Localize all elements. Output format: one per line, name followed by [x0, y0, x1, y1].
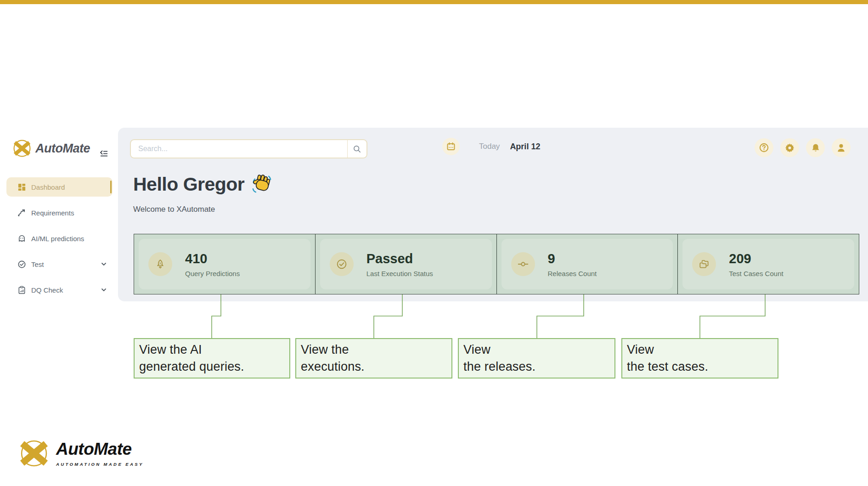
- sidebar-menu: Dashboard Requirements: [6, 177, 113, 306]
- stat-section-last-execution: Passed Last Execution Status: [315, 234, 496, 294]
- sidebar-item-label: AI/ML predictions: [31, 235, 84, 243]
- sidebar-item-requirements[interactable]: Requirements: [6, 203, 113, 222]
- stat-texts: 209 Test Cases Count: [729, 251, 783, 277]
- footer-logo: AutoMate AUTOMATION MADE EASY: [18, 438, 144, 469]
- stat-label: Releases Count: [548, 270, 597, 277]
- profile-button[interactable]: [832, 138, 851, 157]
- dashboard-grid-icon: [17, 183, 26, 192]
- stat-label: Test Cases Count: [729, 270, 783, 277]
- callout-text: View the test cases.: [627, 341, 773, 375]
- check-circle-icon: [17, 260, 26, 269]
- brand-x-logo-icon: [12, 138, 32, 158]
- chevron-down-icon[interactable]: [101, 261, 107, 267]
- help-button[interactable]: [755, 138, 773, 157]
- calendar-icon: [442, 138, 460, 155]
- app-root: AutoMate Dashboard: [0, 0, 868, 486]
- date-label: Today: [479, 142, 500, 151]
- stat-texts: 9 Releases Count: [548, 251, 597, 277]
- settings-icon: [784, 142, 795, 153]
- stat-card-last-execution[interactable]: Passed Last Execution Status: [320, 239, 492, 289]
- callout-test-cases[interactable]: View the test cases.: [621, 338, 778, 379]
- notifications-icon: [811, 143, 821, 153]
- stat-card-releases[interactable]: 9 Releases Count: [502, 239, 673, 289]
- sidebar: AutoMate Dashboard: [0, 4, 118, 486]
- active-item-indicator: [110, 181, 112, 193]
- callout-ai-generated-queries[interactable]: View the AI generated queries.: [134, 338, 290, 379]
- header-buttons: [755, 138, 851, 157]
- stat-label: Last Execution Status: [366, 270, 433, 277]
- top-accent-bar: [0, 0, 868, 4]
- footer-texts: AutoMate AUTOMATION MADE EASY: [56, 440, 144, 467]
- greeting-row: Hello Gregor: [133, 174, 272, 195]
- callout-executions[interactable]: View the executions.: [295, 338, 452, 379]
- greeting-text: Hello Gregor: [133, 174, 244, 195]
- sidebar-logo[interactable]: AutoMate: [12, 138, 90, 158]
- date-value: April 12: [510, 142, 540, 152]
- collapse-sidebar-icon[interactable]: [99, 148, 109, 158]
- callout-text: View the AI generated queries.: [139, 341, 285, 375]
- sidebar-item-label: DQ Check: [31, 286, 63, 294]
- chevron-down-icon[interactable]: [101, 287, 107, 293]
- search-button[interactable]: [347, 140, 366, 158]
- stat-section-query-predictions: 410 Query Predictions: [134, 234, 315, 294]
- sidebar-logo-text: AutoMate: [35, 141, 90, 156]
- profile-icon: [836, 142, 846, 153]
- flow-route-icon: [17, 209, 26, 217]
- stat-value: 209: [729, 251, 783, 266]
- sidebar-item-label: Dashboard: [31, 183, 65, 191]
- callout-releases[interactable]: View the releases.: [458, 338, 615, 379]
- stat-section-releases: 9 Releases Count: [496, 234, 678, 294]
- callout-text: View the executions.: [301, 341, 447, 375]
- sidebar-item-dq-check[interactable]: DQ Check: [6, 280, 113, 300]
- footer-tagline: AUTOMATION MADE EASY: [56, 462, 144, 467]
- settings-button[interactable]: [780, 138, 799, 157]
- sidebar-item-label: Requirements: [31, 209, 74, 217]
- search-input[interactable]: [131, 140, 347, 158]
- stat-card-test-cases[interactable]: 209 Test Cases Count: [682, 239, 854, 289]
- clipboard-chart-icon: [17, 286, 26, 294]
- search-bar: [130, 139, 367, 158]
- stat-texts: Passed Last Execution Status: [366, 251, 433, 277]
- footer-logo-text: AutoMate: [56, 440, 144, 459]
- welcome-text: Welcome to XAutomate: [133, 205, 215, 214]
- brand-x-logo-icon: [18, 438, 50, 469]
- stat-texts: 410 Query Predictions: [185, 251, 240, 277]
- main-panel: Today April 12: [118, 128, 868, 301]
- rocket-icon: [148, 252, 172, 276]
- stat-card-query-predictions[interactable]: 410 Query Predictions: [139, 239, 310, 289]
- check-circle-icon: [330, 252, 354, 276]
- help-icon: [759, 142, 769, 153]
- git-commit-icon: [511, 252, 535, 276]
- stat-label: Query Predictions: [185, 270, 240, 277]
- stat-value: Passed: [366, 251, 433, 266]
- callout-text: View the releases.: [463, 341, 610, 375]
- stat-section-test-cases: 209 Test Cases Count: [677, 234, 859, 294]
- stat-value: 410: [185, 251, 240, 266]
- date-display: Today April 12: [442, 138, 540, 155]
- stat-value: 9: [548, 251, 597, 266]
- stats-strip: 410 Query Predictions Passed La: [134, 234, 859, 294]
- notifications-button[interactable]: [806, 138, 825, 157]
- folders-icon: [692, 252, 716, 276]
- sidebar-item-ai-ml-predictions[interactable]: AI/ML predictions: [6, 229, 113, 248]
- sidebar-item-dashboard[interactable]: Dashboard: [6, 177, 113, 197]
- search-icon: [353, 145, 361, 153]
- sidebar-item-label: Test: [31, 260, 44, 268]
- waving-hand-emoji: [251, 174, 272, 195]
- sidebar-item-test[interactable]: Test: [6, 254, 113, 274]
- robot-icon: [17, 234, 26, 243]
